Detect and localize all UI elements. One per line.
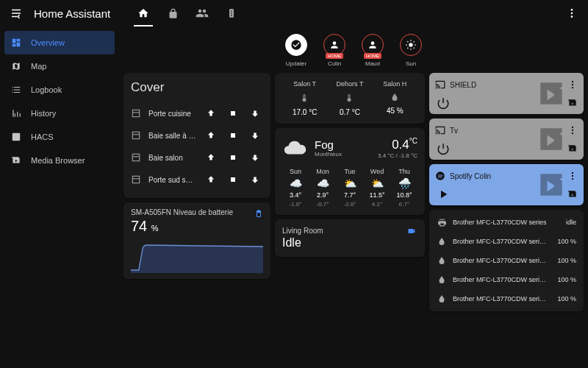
tab-remote[interactable] <box>223 0 240 26</box>
printer-row[interactable]: Brother MFC-L3770CDW seri… 100 % <box>437 289 576 308</box>
spotify-icon <box>435 171 445 181</box>
badge-colin[interactable]: HOME Colin <box>318 34 351 67</box>
sensor-col[interactable]: Salon T 17.0 °C <box>284 80 325 116</box>
svg-point-4 <box>409 43 412 46</box>
living-room-card[interactable]: Living Room Idle <box>275 219 425 257</box>
media-library-button[interactable] <box>567 144 578 154</box>
check-icon <box>290 39 302 51</box>
media-menu-button[interactable] <box>567 79 578 90</box>
badge-maud[interactable]: HOME Maud <box>356 34 389 67</box>
remote-icon <box>226 8 237 18</box>
media-play-button[interactable] <box>435 186 451 202</box>
svg-point-17 <box>572 130 573 131</box>
media-card[interactable]: Tv <box>429 118 584 160</box>
cover-up-button[interactable] <box>203 149 219 166</box>
partly-icon: ⛅ <box>371 177 384 189</box>
sun-icon <box>405 39 417 51</box>
media-menu-button[interactable] <box>567 125 578 135</box>
media-power-button[interactable] <box>435 95 451 111</box>
media-card[interactable]: SHIELD <box>429 73 584 114</box>
overflow-menu-button[interactable] <box>562 3 582 24</box>
shutter-icon <box>131 152 143 163</box>
media-art-icon <box>535 123 567 155</box>
cover-card: Cover Porte cuisine Baie salle à … Baie … <box>123 73 270 198</box>
cover-row: Porte cuisine <box>131 102 263 124</box>
svg-point-22 <box>572 178 573 180</box>
media-power-button[interactable] <box>435 141 451 157</box>
printer-row[interactable]: Brother MFC-L3770CDW seri… 100 % <box>437 251 576 270</box>
printer-row[interactable]: Brother MFC-L3770CDW series idle <box>437 213 576 232</box>
cover-name[interactable]: Porte sud s… <box>148 176 197 184</box>
svg-point-18 <box>572 132 573 134</box>
hacs-icon <box>10 131 22 143</box>
cover-down-button[interactable] <box>247 127 263 144</box>
cover-down-button[interactable] <box>247 149 263 166</box>
forecast-day: Thu 🌧️ 10.8° 6.7° <box>391 168 417 208</box>
battery-value: 74 % <box>131 218 263 235</box>
tab-home[interactable] <box>135 0 151 26</box>
living-room-state: Idle <box>282 236 417 250</box>
app-title: Home Assistant <box>34 7 115 20</box>
drop-icon <box>390 92 399 102</box>
battery-card[interactable]: SM-A505FN Niveau de batterie 74 % <box>123 202 270 279</box>
chart-icon <box>10 107 22 119</box>
sidebar-item-label: Logbook <box>31 85 62 94</box>
cover-stop-button[interactable] <box>225 171 241 188</box>
cover-up-button[interactable] <box>203 171 219 188</box>
weather-card[interactable]: Fog Monthieux 0.4°C 3.4 °C / -1.8 °C Sun… <box>275 128 425 215</box>
cast-icon <box>435 125 445 135</box>
camera-icon <box>406 227 417 236</box>
cover-down-button[interactable] <box>247 171 263 188</box>
sidebar-item-map[interactable]: Map <box>0 54 119 78</box>
drop-icon <box>437 275 447 285</box>
cover-name[interactable]: Baie salon <box>148 154 197 162</box>
lock-icon <box>168 8 179 19</box>
media-menu-button[interactable] <box>567 171 578 181</box>
sidebar-item-hacs[interactable]: HACS <box>0 125 119 149</box>
cover-down-button[interactable] <box>247 105 263 121</box>
menu-button[interactable] <box>6 3 26 24</box>
tab-people[interactable] <box>194 0 210 26</box>
printer-card: Brother MFC-L3770CDW series idle Brother… <box>429 210 584 311</box>
media-library-button[interactable] <box>567 98 578 108</box>
printer-row[interactable]: Brother MFC-L3770CDW seri… 100 % <box>437 270 576 289</box>
svg-rect-8 <box>231 133 235 138</box>
svg-rect-3 <box>12 133 21 141</box>
sensors-card: Salon T 17.0 °C Dehors T 0.7 °C Salon H … <box>275 73 425 124</box>
badge-updater[interactable]: Updater <box>280 34 312 67</box>
weather-condition: Fog <box>315 138 370 151</box>
svg-rect-7 <box>132 132 139 138</box>
media-card[interactable]: Spotify Colin <box>429 164 584 205</box>
svg-point-0 <box>571 9 573 11</box>
printer-row[interactable]: Brother MFC-L3770CDW seri… 100 % <box>437 232 576 251</box>
sidebar-item-history[interactable]: History <box>0 102 119 125</box>
svg-rect-9 <box>132 154 139 160</box>
media-art-icon <box>535 169 567 201</box>
cover-up-button[interactable] <box>203 127 219 144</box>
cover-up-button[interactable] <box>203 105 219 121</box>
sidebar-item-label: HACS <box>31 132 54 141</box>
shutter-icon <box>131 174 143 185</box>
sidebar-item-logbook[interactable]: Logbook <box>0 78 119 102</box>
sidebar-item-media-browser[interactable]: Media Browser <box>0 149 119 172</box>
cover-stop-button[interactable] <box>225 105 241 121</box>
svg-point-15 <box>572 87 573 88</box>
cover-stop-button[interactable] <box>225 127 241 144</box>
sidebar-item-overview[interactable]: Overview <box>4 31 115 54</box>
cover-row: Porte sud s… <box>131 169 263 191</box>
media-library-button[interactable] <box>567 189 578 199</box>
sensor-col[interactable]: Dehors T 0.7 °C <box>329 80 370 116</box>
cover-name[interactable]: Baie salle à … <box>148 132 197 140</box>
forecast-day: Mon ☁️ 2.9° -0.7° <box>309 168 336 208</box>
tab-lock[interactable] <box>165 0 181 26</box>
forecast-day: Wed ⛅ 11.5° 4.1° <box>364 168 390 208</box>
cover-name[interactable]: Porte cuisine <box>148 110 197 118</box>
therm-icon <box>345 92 354 104</box>
cover-stop-button[interactable] <box>225 149 241 166</box>
battery-icon <box>254 208 263 219</box>
map-icon <box>10 60 22 72</box>
badge-sun[interactable]: Sun <box>395 34 427 67</box>
sensor-col[interactable]: Salon H 45 % <box>375 80 415 116</box>
badges-row: Updater HOME Colin HOME Maud Sun <box>123 31 584 73</box>
cover-row: Baie salle à … <box>131 124 263 146</box>
